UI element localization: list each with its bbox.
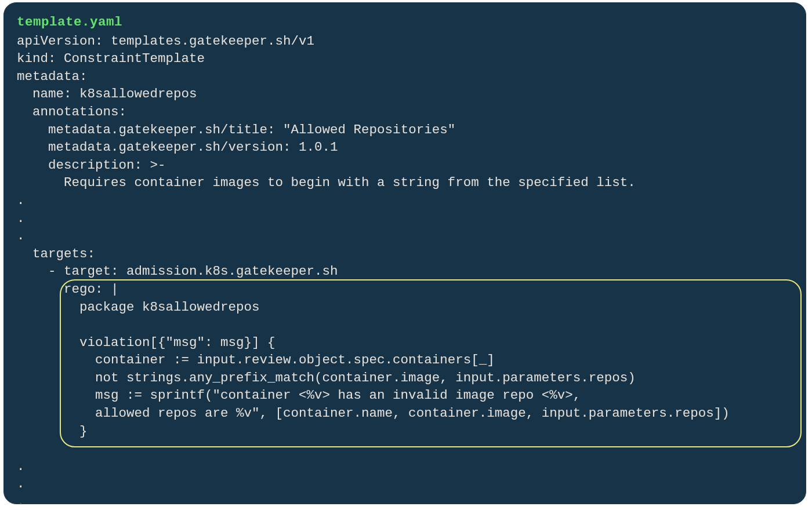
rego-line: container := input.review.object.spec.co… bbox=[17, 352, 495, 367]
line-targets: targets: bbox=[17, 246, 95, 261]
line-annotation-version: metadata.gatekeeper.sh/version: 1.0.1 bbox=[17, 140, 338, 155]
line-annotations: annotations: bbox=[17, 104, 126, 119]
rego-line: } bbox=[17, 424, 88, 439]
rego-line: allowed repos are %v", [container.name, … bbox=[17, 406, 730, 421]
line-api-version: apiVersion: templates.gatekeeper.sh/v1 bbox=[17, 34, 314, 49]
line-metadata: metadata: bbox=[17, 69, 88, 84]
ellipsis-dot: . bbox=[17, 494, 25, 504]
line-rego: rego: | bbox=[17, 282, 119, 297]
rego-line: violation[{"msg": msg}] { bbox=[17, 335, 276, 350]
ellipsis-dot: . bbox=[17, 193, 25, 208]
blank-line bbox=[17, 441, 25, 456]
line-kind: kind: ConstraintTemplate bbox=[17, 51, 205, 66]
code-panel: template.yaml apiVersion: templates.gate… bbox=[3, 2, 806, 504]
ellipsis-dot: . bbox=[17, 476, 25, 491]
ellipsis-dot: . bbox=[17, 228, 25, 243]
line-description-key: description: >- bbox=[17, 158, 166, 173]
rego-line: package k8sallowedrepos bbox=[17, 300, 260, 315]
ellipsis-dot: . bbox=[17, 211, 25, 226]
line-description-text: Requires container images to begin with … bbox=[17, 175, 636, 190]
line-target: - target: admission.k8s.gatekeeper.sh bbox=[17, 264, 338, 279]
rego-line: not strings.any_prefix_match(container.i… bbox=[17, 370, 636, 385]
ellipsis-dot: . bbox=[17, 459, 25, 474]
yaml-code-block: apiVersion: templates.gatekeeper.sh/v1 k… bbox=[17, 32, 794, 504]
line-metadata-name: name: k8sallowedrepos bbox=[17, 86, 197, 101]
file-name: template.yaml bbox=[17, 13, 794, 31]
rego-line: msg := sprintf("container <%v> has an in… bbox=[17, 388, 581, 403]
line-annotation-title: metadata.gatekeeper.sh/title: "Allowed R… bbox=[17, 122, 455, 137]
